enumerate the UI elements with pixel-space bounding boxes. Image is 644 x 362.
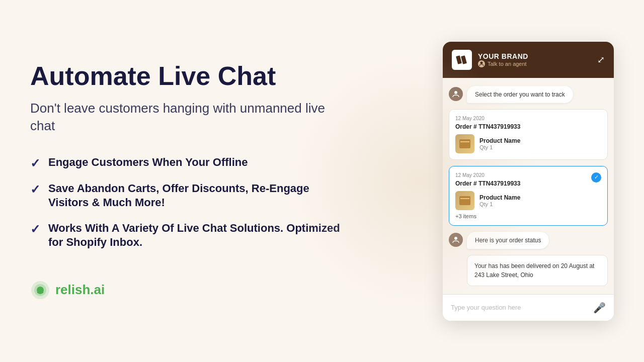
selected-check-icon: ✓ — [591, 172, 601, 183]
logo-accent: ai — [94, 282, 105, 297]
main-title: Automate Live Chat — [30, 62, 342, 90]
brand-status: Talk to an agent — [478, 60, 528, 67]
feature-item-3: ✓ Works With A Variety Of Live Chat Solu… — [30, 221, 342, 250]
product-qty-2: Qty 1 — [479, 201, 520, 207]
product-name-2: Product Name — [479, 194, 520, 201]
check-icon-2: ✓ — [30, 183, 40, 197]
product-info-2: Product Name Qty 1 — [479, 194, 520, 207]
order-number-2: Order # TTN437919933 — [455, 180, 601, 187]
order-date-2: 12 May 2020 — [455, 172, 601, 178]
order-product-1: Product Name Qty 1 — [455, 134, 601, 153]
check-icon-3: ✓ — [30, 222, 40, 236]
agent-status-icon — [478, 60, 485, 67]
subtitle: Don't leave customers hanging with unman… — [30, 100, 342, 135]
product-name-1: Product Name — [479, 137, 520, 144]
brand-status-text: Talk to an agent — [488, 61, 527, 67]
check-icon-1: ✓ — [30, 156, 40, 170]
microphone-icon[interactable]: 🎤 — [593, 302, 606, 314]
order-card-2[interactable]: ✓ 12 May 2020 Order # TTN437919933 Produ… — [449, 166, 608, 226]
relish-logo-icon — [30, 280, 50, 300]
brand-name: YOUR BRAND — [478, 52, 528, 60]
product-image-2 — [455, 191, 474, 210]
order-product-2: Product Name Qty 1 — [455, 191, 601, 210]
svg-point-6 — [480, 61, 483, 64]
more-items-label: +3 items — [455, 213, 601, 219]
logo-main: relish. — [55, 282, 94, 297]
product-qty-1: Qty 1 — [479, 144, 520, 150]
order-date-1: 12 May 2020 — [455, 116, 601, 121]
logo-area: relish.ai — [30, 280, 342, 300]
product-box-icon-2 — [459, 196, 470, 205]
product-info-1: Product Name Qty 1 — [479, 137, 520, 150]
order-card-1[interactable]: 12 May 2020 Order # TTN437919933 Product… — [449, 109, 608, 160]
feature-text-3: Works With A Variety Of Live Chat Soluti… — [48, 221, 342, 250]
brand-info: YOUR BRAND Talk to an agent — [478, 52, 528, 67]
logo-text: relish.ai — [55, 282, 105, 298]
chat-input[interactable]: Type your question here — [451, 304, 593, 311]
product-image-1 — [455, 134, 474, 153]
feature-text-1: Engage Customers When Your Offline — [48, 155, 248, 170]
chat-footer: Type your question here 🎤 — [443, 294, 614, 321]
product-box-icon-1 — [459, 139, 470, 148]
expand-icon[interactable]: ⤢ — [597, 54, 605, 65]
order-number-1: Order # TTN437919933 — [455, 123, 601, 130]
